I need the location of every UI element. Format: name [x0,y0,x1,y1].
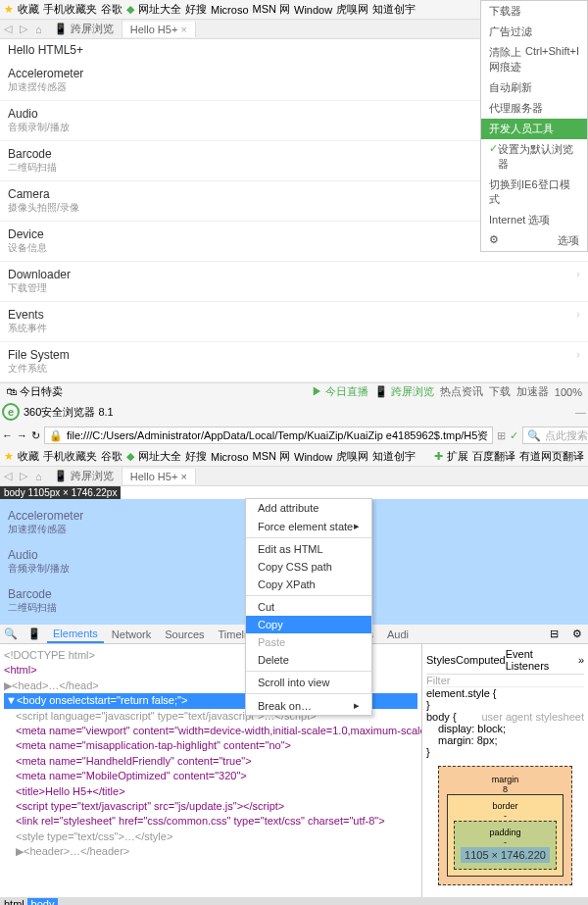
bm-google[interactable]: 谷歌 [101,2,122,17]
star-icon: ★ [4,3,14,16]
bm-msn[interactable]: MSN 网 [253,2,291,17]
live-icon[interactable]: ▶ 今日直播 [312,384,368,399]
bm-zhidao[interactable]: 知道创宇 [372,2,416,17]
cm-scroll[interactable]: Scroll into view [246,674,371,691]
cm-force-state[interactable]: Force element state▸ [246,517,371,535]
cross-icon[interactable]: 📱 跨屏浏览 [374,384,434,399]
bm-huxiu[interactable]: 虎嗅网 [336,2,368,17]
bm-phone[interactable]: 手机收藏夹 [43,2,97,17]
browser-chrome: e 360安全浏览器 8.1 — [0,400,588,424]
dt-elements[interactable]: Elements [47,626,104,643]
styles-tab[interactable]: Styles [426,654,456,666]
flag-icon: 🔍 [527,429,541,442]
nav-bar: ← → ↻ 🔒 file:///C:/Users/Administrator/A… [0,424,588,447]
context-menu: Add attribute Force element state▸ Edit … [245,498,372,716]
cm-add-attr[interactable]: Add attribute [246,499,371,517]
dt-audits[interactable]: Audi [381,627,415,642]
dt-settings-icon[interactable]: ⚙ [566,628,588,640]
tools-dropdown: 下载器 广告过滤 清除上网痕迹Ctrl+Shift+I 自动刷新 代理服务器 开… [480,0,588,252]
lock-icon: 🔒 [49,429,63,442]
cm-edit-html[interactable]: Edit as HTML [246,540,371,558]
youdao-translate[interactable]: 有道网页翻译 [519,449,584,464]
listeners-tab[interactable]: Event Listeners [506,648,578,672]
shield-icon[interactable]: ✓ [510,429,518,442]
accel[interactable]: 加速器 [516,384,549,399]
status-bar: 🛍 今日特卖 ▶ 今日直播 📱 跨屏浏览 热点资讯 下载 加速器 100% [0,382,588,400]
dd-refresh[interactable]: 自动刷新 [481,77,587,98]
dd-download[interactable]: 下载器 [481,1,587,22]
dd-clear[interactable]: 清除上网痕迹Ctrl+Shift+I [481,42,587,77]
bm-window[interactable]: Window [294,4,332,16]
back-btn[interactable]: ← [2,429,13,441]
computed-tab[interactable]: Computed [456,654,506,666]
device-icon[interactable]: 📱 [24,628,45,640]
zoom-level[interactable]: 100% [555,386,582,398]
dd-ie6[interactable]: 切换到IE6登口模式 [481,175,587,210]
bm-haosou[interactable]: 好搜 [185,2,207,17]
url-bar[interactable]: 🔒 file:///C:/Users/Administrator/AppData… [44,427,493,444]
hot-news[interactable]: 热点资讯 [440,384,483,399]
tab-bar-2: ◁▷⌂ 📱 跨屏浏览 Hello H5+ × [0,467,588,486]
dd-proxy[interactable]: 代理服务器 [481,98,587,119]
browser-title: 360安全浏览器 8.1 [24,405,114,420]
cm-paste[interactable]: Paste [246,633,371,651]
site-icon: ◆ [126,3,134,16]
list-item[interactable]: Downloader下载管理› [0,262,588,302]
fwd-icon[interactable]: ▷ [16,23,31,35]
breadcrumb[interactable]: html body [0,897,588,905]
list-item[interactable]: Events系统事件› [0,302,588,342]
list-item[interactable]: File System文件系统› [0,342,588,382]
size-tooltip: body 1105px × 1746.22px [0,486,121,499]
dt-network[interactable]: Network [106,627,157,642]
bookmarks-bar-2: ★ 收藏 手机收藏夹 谷歌 ◆ 网址大全 好搜 Microso MSN 网 Wi… [0,447,588,467]
cm-cut[interactable]: Cut [246,598,371,616]
inspect-icon[interactable]: 🔍 [0,628,22,640]
cm-copy-css[interactable]: Copy CSS path [246,558,371,576]
box-model: margin8 border- padding- 1105 × 1746.220 [426,758,584,893]
fav-label[interactable]: 收藏 [18,2,39,17]
cm-copy-xpath[interactable]: Copy XPath [246,576,371,593]
baidu-translate[interactable]: 百度翻译 [472,449,515,464]
dd-adblock[interactable]: 广告过滤 [481,22,587,42]
dl-mgr[interactable]: 下载 [489,384,511,399]
tab-cross[interactable]: 📱 跨屏浏览 [46,20,122,38]
min-icon[interactable]: — [575,406,586,418]
dd-default[interactable]: ✓设置为默认浏览器 [481,139,587,175]
bm-ms[interactable]: Microso [211,4,249,16]
styles-panel: Styles Computed Event Listeners » Filter… [421,644,588,897]
browser-logo: e [2,403,20,421]
dd-devtools[interactable]: 开发人员工具 [481,119,587,139]
url-text: file:///C:/Users/Administrator/AppData/L… [67,428,488,443]
cm-break[interactable]: Break on…▸ [246,696,371,715]
cm-delete[interactable]: Delete [246,651,371,669]
dd-inet[interactable]: Internet 选项 [481,210,587,230]
dt-sources[interactable]: Sources [159,627,210,642]
scan-icon[interactable]: ⊞ [497,429,506,442]
star-icon-2: ★ [4,450,14,463]
dd-options[interactable]: ⚙选项 [481,230,587,251]
home-icon[interactable]: ⌂ [31,24,46,35]
back-icon[interactable]: ◁ [0,23,16,35]
tab-h5[interactable]: Hello H5+ × [122,22,196,37]
reload-btn[interactable]: ↻ [31,429,40,442]
bm-sites[interactable]: 网址大全 [138,2,181,17]
today-sale[interactable]: 🛍 今日特卖 [6,384,63,399]
dt-drawer-icon[interactable]: ⊟ [544,628,564,640]
filter-input[interactable]: Filter [426,675,584,687]
cm-copy[interactable]: Copy [246,616,371,633]
search-box[interactable]: 🔍 点此搜索 [522,427,588,444]
fwd-btn[interactable]: → [17,429,27,441]
